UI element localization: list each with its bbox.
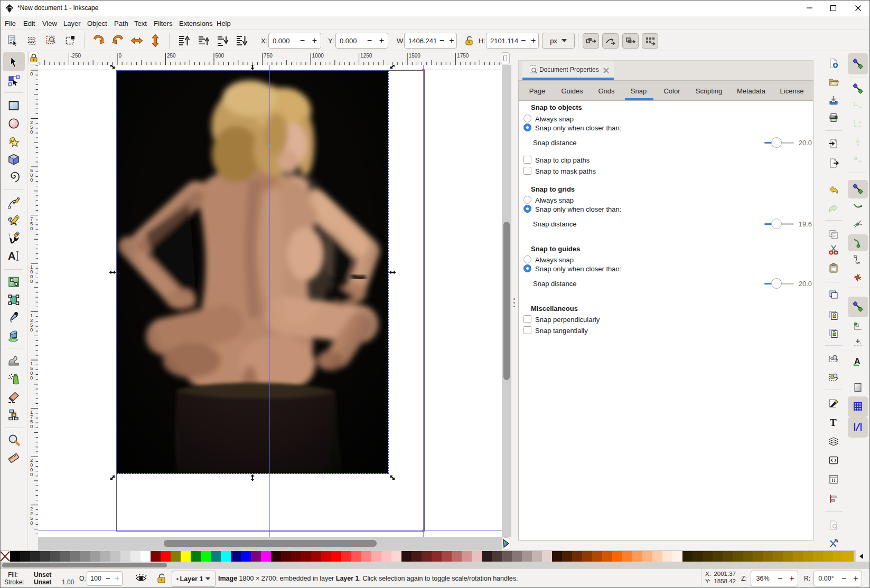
svg-text:T: T bbox=[830, 417, 837, 428]
svg-text:0: 0 bbox=[30, 71, 33, 77]
svg-text:1250: 1250 bbox=[360, 53, 372, 59]
svg-text:0: 0 bbox=[30, 471, 33, 477]
svg-text:0: 0 bbox=[30, 278, 33, 284]
svg-text:1500: 1500 bbox=[409, 53, 421, 59]
svg-text:A: A bbox=[854, 357, 860, 366]
svg-text:1750: 1750 bbox=[457, 53, 469, 59]
svg-text:A: A bbox=[8, 250, 15, 262]
svg-text:0: 0 bbox=[30, 129, 33, 135]
svg-text:500: 500 bbox=[216, 53, 224, 59]
svg-text:0: 0 bbox=[30, 520, 33, 526]
svg-text:750: 750 bbox=[264, 53, 273, 59]
svg-text:0: 0 bbox=[30, 327, 33, 333]
svg-text:0: 0 bbox=[30, 225, 33, 231]
svg-text:0: 0 bbox=[30, 375, 33, 381]
svg-text:-250: -250 bbox=[70, 53, 81, 59]
svg-text:0: 0 bbox=[119, 53, 122, 59]
svg-text:0: 0 bbox=[30, 177, 33, 183]
svg-text:250: 250 bbox=[167, 53, 176, 59]
svg-text:1000: 1000 bbox=[312, 53, 324, 59]
svg-text:0: 0 bbox=[30, 423, 33, 429]
